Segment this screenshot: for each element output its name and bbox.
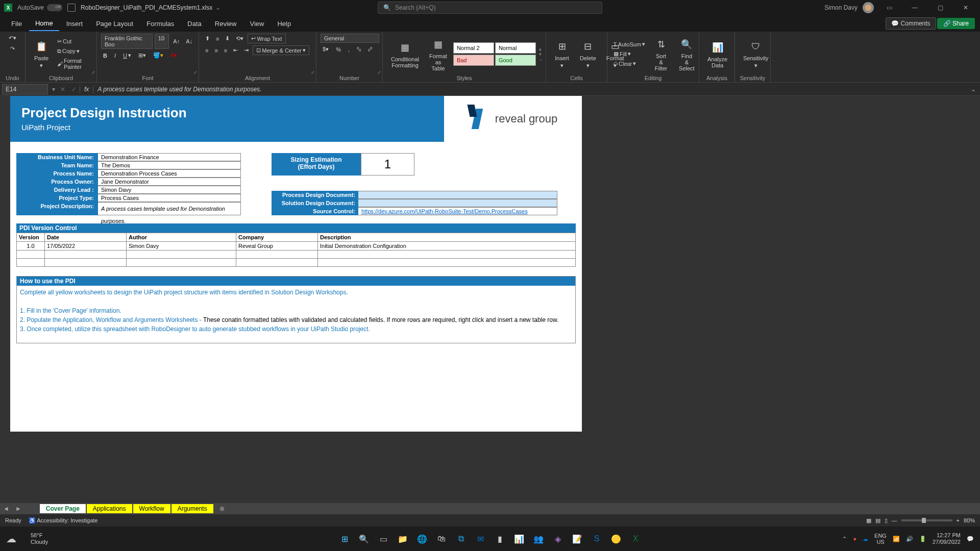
alignment-expand-icon[interactable]: ⤢	[311, 70, 315, 75]
vc-company[interactable]: Reveal Group	[236, 242, 318, 251]
font-expand-icon[interactable]: ⤢	[193, 70, 198, 75]
tab-file[interactable]: File	[5, 17, 28, 31]
edge-icon[interactable]: 🌐	[415, 532, 429, 546]
user-name[interactable]: Simon Davy	[824, 4, 857, 11]
increase-font-icon[interactable]: A↑	[171, 34, 182, 49]
autosum-button[interactable]: Σ AutoSum ▾	[611, 40, 647, 48]
volume-icon[interactable]: 🔊	[906, 536, 913, 542]
align-left-icon[interactable]: ≡	[203, 46, 210, 55]
clear-button[interactable]: ◇ Clear ▾	[611, 59, 647, 68]
notifications-icon[interactable]: 💬	[967, 536, 974, 542]
filename-dropdown-icon[interactable]: ⌄	[215, 4, 220, 11]
number-expand-icon[interactable]: ⤢	[377, 70, 381, 75]
format-painter-button[interactable]: 🖌 Format Painter	[55, 57, 92, 71]
fill-color-button[interactable]: 🪣▾	[151, 51, 165, 60]
tray-red-dot-icon[interactable]: ●	[853, 536, 856, 542]
redo-button[interactable]: ↷	[8, 44, 17, 53]
fx-icon[interactable]: fx	[80, 86, 93, 93]
comma-icon[interactable]: ,	[346, 45, 352, 54]
percent-icon[interactable]: %	[334, 45, 343, 54]
table-row[interactable]	[17, 251, 576, 259]
decrease-font-icon[interactable]: A↓	[184, 34, 194, 49]
sort-filter-button[interactable]: ⇅Sort & Filter	[649, 35, 673, 73]
conditional-formatting-button[interactable]: ▦Conditional Formatting	[387, 38, 423, 70]
italic-button[interactable]: I	[112, 51, 118, 60]
align-middle-icon[interactable]: ≡	[214, 35, 221, 43]
bold-button[interactable]: B	[101, 51, 109, 60]
save-icon[interactable]	[67, 4, 76, 12]
font-size-select[interactable]: 10	[155, 34, 169, 49]
delete-cells-button[interactable]: ⊟Delete▾	[576, 37, 600, 71]
weather-icon[interactable]: ☁	[6, 533, 16, 545]
style-bad[interactable]: Bad	[453, 55, 494, 66]
zoom-in-icon[interactable]: +	[957, 517, 960, 523]
cut-button[interactable]: ✂ Cut	[55, 37, 92, 46]
clock[interactable]: 12:27 PM 27/09/2022	[933, 532, 961, 545]
zoom-level[interactable]: 80%	[964, 517, 975, 523]
font-color-button[interactable]: A▾	[168, 51, 179, 60]
value-src[interactable]: https://dev.azure.com/UiPath-RoboSuite-T…	[358, 207, 557, 215]
weather-widget[interactable]: 58°F Cloudy	[31, 532, 48, 545]
tray-onedrive-icon[interactable]: ☁	[863, 536, 868, 542]
tab-page-layout[interactable]: Page Layout	[90, 17, 139, 31]
maximize-icon[interactable]: ▢	[930, 1, 950, 15]
font-name-select[interactable]: Franklin Gothic Boo	[101, 34, 153, 49]
value-process[interactable]: Demonstration Process Cases	[98, 169, 241, 178]
chrome-icon[interactable]: 🟡	[609, 532, 623, 546]
excel-taskbar-icon[interactable]: X	[628, 532, 643, 546]
tab-review[interactable]: Review	[209, 17, 243, 31]
value-sdd[interactable]	[358, 199, 557, 207]
source-control-link[interactable]: https://dev.azure.com/UiPath-RoboSuite-T…	[361, 208, 528, 214]
cancel-formula-icon[interactable]: ✕	[57, 86, 68, 93]
sensitivity-button[interactable]: 🛡Sensitivity▾	[739, 37, 773, 71]
view-page-break-icon[interactable]: ▯	[885, 517, 888, 524]
number-format-select[interactable]: General	[321, 34, 379, 43]
styles-up-icon[interactable]: ▴	[539, 46, 543, 52]
styles-down-icon[interactable]: ▾	[539, 52, 543, 57]
table-row[interactable]	[17, 259, 576, 267]
file-name[interactable]: RoboDesigner_UiPath_PDI_ACMESystem1.xlsx	[81, 4, 212, 11]
style-normal[interactable]: Normal	[495, 42, 536, 54]
align-top-icon[interactable]: ⬆	[203, 34, 212, 43]
align-center-icon[interactable]: ≡	[212, 46, 219, 55]
app2-icon[interactable]: S	[590, 532, 604, 546]
vc-version[interactable]: 1.0	[17, 242, 45, 251]
increase-indent-icon[interactable]: ⇥	[242, 46, 251, 55]
sheet-nav-prev-icon[interactable]: ◄	[0, 505, 12, 512]
enter-formula-icon[interactable]: ✓	[68, 86, 80, 93]
explorer-icon[interactable]: 📁	[396, 532, 410, 546]
new-sheet-icon[interactable]: ⊕	[214, 505, 230, 512]
style-normal2[interactable]: Normal 2	[453, 42, 494, 54]
align-bottom-icon[interactable]: ⬇	[223, 34, 232, 43]
tab-formulas[interactable]: Formulas	[140, 17, 180, 31]
copy-button[interactable]: ⧉ Copy ▾	[55, 47, 92, 56]
view-normal-icon[interactable]: ▦	[866, 517, 871, 524]
expand-formula-bar-icon[interactable]: ⌄	[967, 86, 980, 93]
undo-button[interactable]: ↶▾	[7, 34, 18, 42]
vc-desc[interactable]: Initial Demonstration Configuration	[318, 242, 576, 251]
value-pdd[interactable]	[358, 191, 557, 199]
teams-icon[interactable]: 👥	[531, 532, 546, 546]
value-team[interactable]: The Demos	[98, 161, 241, 169]
tab-help[interactable]: Help	[271, 17, 297, 31]
avatar[interactable]	[863, 2, 874, 13]
style-good[interactable]: Good	[495, 55, 536, 66]
tab-data[interactable]: Data	[181, 17, 207, 31]
outlook-icon[interactable]: ✉	[473, 532, 487, 546]
app-icon[interactable]: 📊	[512, 532, 526, 546]
formula-input[interactable]: A process cases template used for Demons…	[93, 86, 967, 93]
find-select-button[interactable]: 🔍Find & Select	[675, 35, 699, 73]
vc-author[interactable]: Simon Davy	[127, 242, 236, 251]
table-row[interactable]: 1.0 17/05/2022 Simon Davy Reveal Group I…	[17, 242, 576, 251]
sheet-tab-workflow[interactable]: Workflow	[133, 504, 170, 513]
underline-button[interactable]: U▾	[121, 51, 133, 60]
fill-button[interactable]: ▦ Fill ▾	[611, 49, 647, 58]
task-view-icon[interactable]: ▭	[376, 532, 390, 546]
sheet-tab-arguments[interactable]: Arguments	[172, 504, 213, 513]
comments-button[interactable]: 💬 Comments	[886, 17, 936, 30]
value-bu[interactable]: Demonstration Finance	[98, 153, 241, 161]
zoom-out-icon[interactable]: —	[892, 517, 897, 523]
analyze-data-button[interactable]: 📊Analyze Data	[703, 38, 731, 70]
zoom-slider[interactable]	[901, 519, 952, 521]
status-accessibility[interactable]: ♿ Accessibility: Investigate	[29, 517, 98, 524]
